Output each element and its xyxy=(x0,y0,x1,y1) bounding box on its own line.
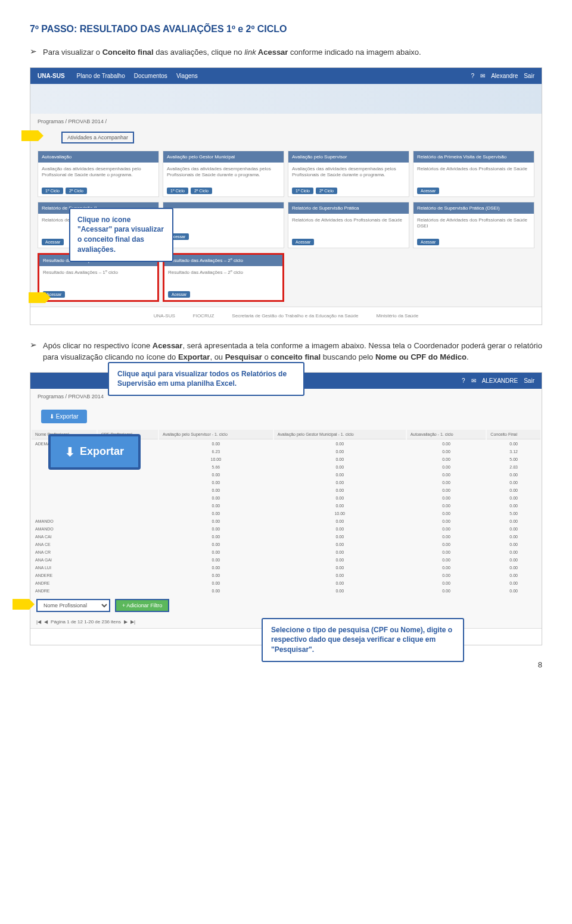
breadcrumb: Programas / PROVAB 2014 / xyxy=(30,114,542,129)
activity-card: Relatório da Primeira Visita de Supervis… xyxy=(413,151,534,197)
screenshot-2: Clique aqui para visualizar todos os Rel… xyxy=(30,372,542,645)
nav-item[interactable]: Documentos xyxy=(134,73,167,79)
table-row: ANDRE0.000.000.000.00 xyxy=(32,580,540,586)
card-title: Avaliação pelo Supervisor xyxy=(288,151,409,163)
callout-acessar: Clique no ícone "Acessar" para visualiza… xyxy=(69,208,173,262)
footer-logo: Secretaria de Gestão do Trabalho e da Ed… xyxy=(232,313,358,319)
app-logo: UNA-SUS xyxy=(38,73,65,79)
table-row: ANDERE0.000.000.000.00 xyxy=(32,572,540,579)
icon-help[interactable]: ? xyxy=(471,73,475,79)
card-title: Relatório da Primeira Visita de Supervis… xyxy=(414,151,534,163)
table-row: ANA CAI0.000.000.000.00 xyxy=(32,533,540,540)
card-title: Resultado das Avaliações – 2º ciclo xyxy=(164,255,282,266)
user-name[interactable]: ALEXANDRE xyxy=(482,377,518,384)
page-number: 8 xyxy=(538,660,542,669)
table-row: 0.000.000.000.00 xyxy=(32,487,540,494)
card-title xyxy=(163,202,284,208)
footer-logo: FIOCRUZ xyxy=(193,313,214,319)
sair-link[interactable]: Sair xyxy=(524,73,534,79)
screenshot-1: UNA-SUS Plano de Trabalho Documentos Via… xyxy=(30,67,542,325)
table-header: Autoavaliação - 1. ciclo xyxy=(407,430,486,439)
card-body: Relatórios de Atividades dos Profissiona… xyxy=(288,214,409,236)
card-access-button[interactable]: Acessar xyxy=(417,188,439,194)
table-row: 0.0010.000.005.00 xyxy=(32,510,540,517)
bullet-arrow-icon: ➢ xyxy=(30,46,37,58)
activity-card: Acessar xyxy=(163,202,284,248)
footer-logo: Ministério da Saúde xyxy=(377,313,419,319)
yellow-arrow-icon xyxy=(29,292,45,303)
card-body: Avaliação das atividades desempenhadas p… xyxy=(38,163,158,185)
card-access-button[interactable]: 1º Ciclo xyxy=(292,188,313,194)
activity-card: Relatório de Supervisão Prática (DSEI) R… xyxy=(413,202,534,248)
add-filter-button[interactable]: + Adicionar Filtro xyxy=(115,599,169,612)
banner-image xyxy=(30,84,542,114)
card-access-button[interactable]: 1º Ciclo xyxy=(167,188,188,194)
table-header: Avaliação pelo Supervisor - 1. ciclo xyxy=(159,430,273,439)
icon-help[interactable]: ? xyxy=(462,377,465,384)
bullet-arrow-icon: ➢ xyxy=(30,340,37,363)
card-title: Avaliação pelo Gestor Municipal xyxy=(163,151,284,163)
bullet-2: ➢ Após clicar no respectivo ícone Acessa… xyxy=(30,340,542,363)
table-row: AMANDO0.000.000.000.00 xyxy=(32,526,540,532)
export-button-big[interactable]: ⬇Exportar xyxy=(48,434,141,470)
table-row: ANA CR0.000.000.000.00 xyxy=(32,549,540,555)
footer-logos-2: Secretaria de Selecione o tipo de pesqui… xyxy=(30,628,542,645)
sair-link[interactable]: Sair xyxy=(524,377,534,384)
export-button-small[interactable]: ⬇ Exportar xyxy=(41,410,87,423)
card-access-button[interactable]: 2º Ciclo xyxy=(66,188,87,194)
app-header: UNA-SUS Plano de Trabalho Documentos Via… xyxy=(30,68,542,84)
callout-exportar: Clique aqui para visualizar todos os Rel… xyxy=(108,362,304,397)
card-access-button[interactable]: Acessar xyxy=(292,239,314,245)
card-body: Resultado das Avaliações – 1º ciclo xyxy=(39,266,157,289)
bullet-1-text: Para visualizar o Conceito final das ava… xyxy=(43,46,542,58)
yellow-arrow-icon xyxy=(21,130,38,141)
card-body xyxy=(163,208,284,231)
table-row: AMANDO0.000.000.000.00 xyxy=(32,518,540,525)
icon-mail[interactable]: ✉ xyxy=(471,377,476,384)
activity-card: Avaliação pelo Gestor Municipal Avaliaçõ… xyxy=(163,151,284,197)
card-access-button[interactable]: Acessar xyxy=(168,291,190,298)
card-access-button[interactable]: 2º Ciclo xyxy=(191,188,212,194)
bullet-2-text: Após clicar no respectivo ícone Acessar,… xyxy=(43,340,542,363)
callout-pesquisa: Selecione o tipo de pesquisa (CPF ou Nom… xyxy=(262,618,464,662)
user-name[interactable]: Alexandre xyxy=(491,73,518,79)
nav-item[interactable]: Plano de Trabalho xyxy=(77,73,125,79)
card-title: Relatório de Supervisão Prática (DSEI) xyxy=(414,202,534,214)
activity-card: Resultado das Avaliações – 2º ciclo Resu… xyxy=(163,253,284,302)
icon-mail[interactable]: ✉ xyxy=(480,73,485,79)
table-row: ANA LUI0.000.000.000.00 xyxy=(32,564,540,571)
activity-card: Relatório de Supervisão Prática Relatóri… xyxy=(288,202,409,248)
bullet-1: ➢ Para visualizar o Conceito final das a… xyxy=(30,46,542,58)
table-row: 0.000.000.000.00 xyxy=(32,495,540,501)
activity-card: Autoavaliação Avaliação das atividades d… xyxy=(38,151,159,197)
card-access-button[interactable]: Acessar xyxy=(42,239,64,245)
footer-logo: UNA-SUS xyxy=(154,313,175,319)
table-row: ANA GAI0.000.000.000.00 xyxy=(32,557,540,563)
download-icon: ⬇ xyxy=(65,445,75,459)
table-row: 0.000.000.000.00 xyxy=(32,479,540,486)
activity-card: Avaliação pelo Supervisor Avaliações das… xyxy=(288,151,409,197)
card-access-button[interactable]: Acessar xyxy=(417,239,439,245)
card-title: Autoavaliação xyxy=(38,151,158,163)
table-header: Conceito Final xyxy=(487,430,540,439)
card-body: Resultado das Avaliações – 2º ciclo xyxy=(164,266,282,289)
filter-row: Nome ProfissionalCPF Profissional + Adic… xyxy=(30,595,542,616)
table-row: 0.000.000.000.00 xyxy=(32,502,540,509)
filter-select[interactable]: Nome ProfissionalCPF Profissional xyxy=(36,599,110,612)
nav-item[interactable]: Viagens xyxy=(176,73,198,79)
table-row: ANA CE0.000.000.000.00 xyxy=(32,541,540,548)
page-heading: 7º PASSO: RESULTADO DAS AVALIAÇÕES 1º e … xyxy=(30,24,542,35)
card-body: Relatórios de Atividades dos Profissiona… xyxy=(414,214,534,236)
card-body: Avaliações das atividades desempenhadas … xyxy=(163,163,284,185)
yellow-arrow-icon xyxy=(13,599,29,610)
card-title: Relatório de Supervisão Prática xyxy=(288,202,409,214)
card-body: Avaliações das atividades desempenhadas … xyxy=(288,163,409,185)
card-access-button[interactable]: 1º Ciclo xyxy=(42,188,63,194)
card-access-button[interactable]: 2º Ciclo xyxy=(316,188,337,194)
footer-logos: UNA-SUS FIOCRUZ Secretaria de Gestão do … xyxy=(30,307,542,324)
card-body: Relatórios de Atividades dos Profissiona… xyxy=(414,163,534,185)
table-row: ANDRE0.000.000.000.00 xyxy=(32,588,540,594)
tab-atividades[interactable]: Atividades a Acompanhar xyxy=(61,132,134,143)
table-header: Avaliação pelo Gestor Municipal - 1. cic… xyxy=(274,430,406,439)
